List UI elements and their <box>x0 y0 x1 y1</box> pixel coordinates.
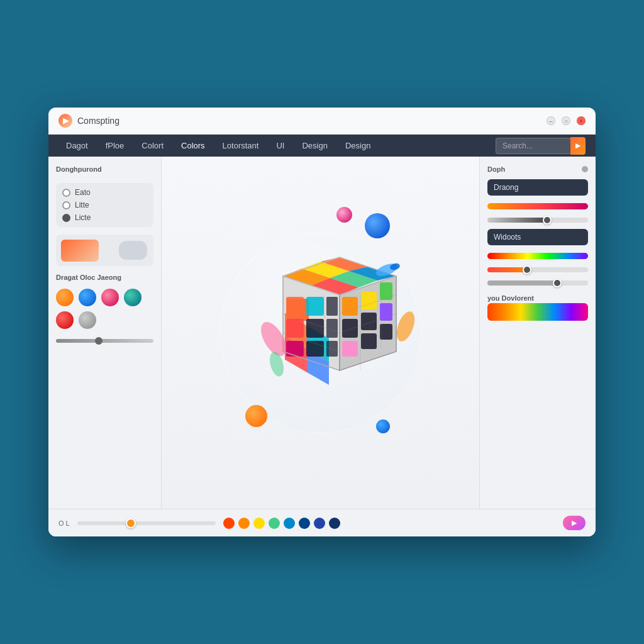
nav-item-colors[interactable]: Colors <box>174 135 213 157</box>
radio-licte[interactable]: Licte <box>62 213 147 222</box>
nav-item-dagot[interactable]: Dagot <box>58 135 96 157</box>
color-dot-3[interactable] <box>269 518 280 529</box>
slider-thumb-3[interactable] <box>553 279 562 287</box>
radio-eato[interactable]: Eato <box>62 188 147 197</box>
search-button[interactable]: ▶ <box>570 137 586 155</box>
nav-bar: Dagot fPloe Colort Colors Lotorstant UI … <box>48 135 596 157</box>
color-dot-1[interactable] <box>238 518 250 529</box>
nav-item-ui[interactable]: UI <box>269 135 292 157</box>
radio-label-eato: Eato <box>75 188 91 197</box>
svg-rect-23 <box>342 297 358 316</box>
illustration <box>189 201 453 465</box>
preview-box <box>56 235 153 266</box>
indicator-dot <box>582 166 588 172</box>
radio-circle-licte <box>62 214 70 222</box>
cube-illustration <box>226 238 415 427</box>
color-ball-pink[interactable] <box>101 289 119 306</box>
nav-item-colort[interactable]: Colort <box>134 135 171 157</box>
preview-cloud <box>119 241 147 260</box>
radio-label-litte: Litte <box>75 201 89 209</box>
slider-track-1[interactable] <box>487 218 588 223</box>
bottom-slider[interactable] <box>77 521 216 525</box>
app-icon: ▶ <box>58 114 72 128</box>
color-ball-red[interactable] <box>56 311 74 329</box>
sidebar-left: Donghpurond Eato Litte Licte <box>48 157 162 509</box>
svg-rect-30 <box>361 333 377 349</box>
svg-rect-24 <box>361 292 377 309</box>
bottom-bar: O L ▶ <box>48 509 596 536</box>
radio-circle-eato <box>62 189 70 197</box>
color-palette-strip[interactable] <box>487 303 588 321</box>
preview-gradient <box>61 240 99 262</box>
left-slider[interactable] <box>56 339 153 343</box>
search-input[interactable] <box>496 138 571 154</box>
orb-blue-top <box>365 213 390 238</box>
nav-item-lotorstant[interactable]: Lotorstant <box>215 135 267 157</box>
dropdown-draong[interactable]: Draong <box>487 179 588 196</box>
color-dots <box>223 518 340 529</box>
gradient-slider-orange[interactable] <box>487 203 588 209</box>
color-dot-5[interactable] <box>299 518 310 529</box>
svg-rect-17 <box>306 319 324 338</box>
color-dot-2[interactable] <box>253 518 265 529</box>
right-header-row: Doph <box>487 165 588 173</box>
svg-rect-19 <box>326 297 338 316</box>
color-ball-globe[interactable] <box>124 289 142 306</box>
gradient-slider-rainbow[interactable] <box>487 253 588 259</box>
nav-item-design1[interactable]: Design <box>294 135 335 157</box>
svg-rect-29 <box>342 341 358 357</box>
radio-group: Eato Litte Licte <box>56 183 153 227</box>
slider-thumb-2[interactable] <box>523 265 531 274</box>
radio-circle-litte <box>62 201 70 209</box>
svg-rect-16 <box>306 297 324 316</box>
app-window: ▶ Comspting – ○ × Dagot fPloe Colort Col… <box>48 108 596 536</box>
color-dot-4[interactable] <box>284 518 295 529</box>
dropdown-widoots[interactable]: Widoots <box>487 229 588 245</box>
color-ball-blue[interactable] <box>79 289 96 306</box>
right-end-action[interactable]: ▶ <box>563 516 586 530</box>
color-dot-6[interactable] <box>314 518 325 529</box>
svg-rect-21 <box>326 341 338 357</box>
nav-item-fploe[interactable]: fPloe <box>98 135 132 157</box>
orb-pink-top <box>336 207 352 223</box>
window-controls: – ○ × <box>547 116 586 125</box>
title-bar: ▶ Comspting – ○ × <box>48 108 596 135</box>
slider-track-3[interactable] <box>487 280 588 286</box>
slider-fill-2 <box>487 267 528 272</box>
app-title: Comspting <box>77 116 119 126</box>
left-section-title: Donghpurond <box>56 165 153 173</box>
svg-rect-27 <box>361 313 377 330</box>
slider-fill-3 <box>487 280 558 286</box>
slider-track-2[interactable] <box>487 267 588 272</box>
close-button[interactable]: × <box>577 116 586 125</box>
left-slider-thumb <box>95 337 103 345</box>
center-area <box>162 157 479 509</box>
palette-section: you Dovlorent <box>487 294 588 321</box>
right-section-title: Doph <box>487 165 505 173</box>
svg-rect-14 <box>286 319 304 338</box>
color-section-title: Dragat Oloc Jaeong <box>56 274 153 281</box>
slider-thumb-1[interactable] <box>543 216 552 225</box>
svg-rect-20 <box>326 319 338 338</box>
svg-rect-13 <box>286 297 304 316</box>
minimize-button[interactable]: – <box>547 116 555 125</box>
color-dot-0[interactable] <box>223 518 235 529</box>
bottom-label: O L <box>58 519 70 527</box>
color-ball-orange[interactable] <box>56 289 74 306</box>
palette-label: you Dovlorent <box>487 294 588 302</box>
svg-rect-28 <box>380 303 392 321</box>
nav-search: ▶ <box>496 137 586 155</box>
color-dot-7[interactable] <box>329 518 340 529</box>
color-ball-gray[interactable] <box>79 311 96 329</box>
slider-fill-1 <box>487 218 548 223</box>
radio-litte[interactable]: Litte <box>62 201 147 209</box>
svg-rect-31 <box>380 324 392 340</box>
nav-item-design2[interactable]: Design <box>338 135 378 157</box>
svg-rect-25 <box>380 282 392 300</box>
svg-rect-26 <box>342 319 358 338</box>
sidebar-right: Doph Draong Widoots you Dovlorent <box>479 157 596 509</box>
main-content: Donghpurond Eato Litte Licte <box>48 157 596 509</box>
maximize-button[interactable]: ○ <box>562 116 570 125</box>
radio-label-licte: Licte <box>75 213 91 222</box>
color-balls-row <box>56 289 153 329</box>
